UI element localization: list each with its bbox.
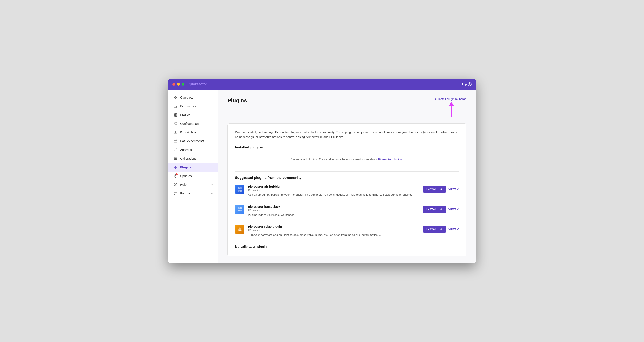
plugin-name-logs2slack: pioreactor-logs2slack [248,205,419,208]
sidebar-item-configuration[interactable]: Configuration [168,119,218,128]
svg-rect-24 [176,166,177,167]
svg-rect-12 [174,140,177,142]
download-icon [174,130,178,134]
svg-rect-1 [176,96,177,97]
calibrations-icon [174,156,178,161]
page-description: Discover, install, and manage Pioreactor… [235,130,459,139]
plugin-name-led-calibration: led-calibration-plugin [235,245,459,248]
chart-bar-icon [174,104,178,108]
analysis-icon [174,148,178,152]
help-circle-icon: ? [468,82,472,86]
plugin-item-led-calibration: led-calibration-plugin [235,241,459,250]
plugin-author-air-bubbler: Pioreactor [248,189,419,192]
svg-text:?: ? [175,184,176,186]
updates-badge [176,173,178,175]
plugin-author-logs2slack: Pioreactor [248,209,419,212]
svg-rect-38 [238,210,240,211]
plugin-item-relay-plugin: pioreactor-relay-plugin Pioreactor Turn … [235,221,459,241]
view-external-icon: ↗ [457,188,459,191]
sidebar-item-calibrations[interactable]: Calibrations [168,154,218,163]
svg-rect-23 [174,166,175,167]
sidebar-item-help[interactable]: ? Help ↗ [168,180,218,189]
main-content: Plugins ⬇ Install plugin by name [218,90,476,263]
svg-rect-2 [174,98,175,99]
sidebar-item-export-data[interactable]: Export data [168,128,218,137]
traffic-lights [172,83,184,86]
page-header: Plugins ⬇ Install plugin by name [228,97,466,118]
page-title: Plugins [228,97,247,104]
grid-icon [174,95,178,100]
svg-rect-39 [240,210,242,211]
maximize-button[interactable] [182,83,184,86]
sidebar-item-plugins[interactable]: Plugins [168,163,218,172]
titlebar: :pioreactor Help ? [168,79,476,90]
plugin-name-relay-plugin: pioreactor-relay-plugin [248,225,419,228]
plugins-icon [174,165,178,169]
svg-rect-26 [176,167,177,169]
svg-rect-33 [240,187,242,189]
plugin-actions-logs2slack: INSTALL ⬇ VIEW ↗ [423,206,459,213]
sidebar-item-forums[interactable]: Forums ↗ [168,189,218,198]
sidebar-item-analysis[interactable]: Analysis [168,145,218,154]
plugins-card: Discover, install, and manage Pioreactor… [228,123,466,256]
sidebar-item-updates[interactable]: Updates [168,172,218,180]
install-download-icon: ⬇ [440,228,442,231]
plugin-info-air-bubbler: pioreactor-air-bubbler Pioreactor Add an… [248,185,419,197]
app-window: :pioreactor Help ? Overview [168,79,476,263]
view-air-bubbler-button[interactable]: VIEW ↗ [448,188,459,191]
install-relay-plugin-button[interactable]: INSTALL ⬇ [423,226,446,233]
svg-rect-6 [176,106,177,108]
svg-rect-34 [238,190,240,192]
svg-rect-4 [174,106,175,108]
install-download-icon: ⬇ [440,188,442,191]
plugin-icon-logs2slack [235,205,244,214]
app-logo: :pioreactor [189,82,207,86]
minimize-button[interactable] [177,83,180,86]
svg-rect-35 [240,190,242,192]
forums-icon [174,191,178,196]
svg-point-16 [177,148,178,149]
help-icon: ? [174,183,178,187]
no-plugins-message: No installed plugins. Try installing one… [235,154,459,167]
file-icon [174,113,178,117]
view-external-icon: ↗ [457,228,459,231]
help-nav-button[interactable]: Help ? [461,82,472,86]
sidebar-item-past-experiments[interactable]: Past experiments [168,137,218,145]
sidebar-item-profiles[interactable]: Profiles [168,111,218,119]
past-experiments-icon [174,139,178,143]
install-download-icon: ⬇ [440,208,442,211]
sidebar-item-overview[interactable]: Overview [168,93,218,102]
plugin-icon-air-bubbler [235,185,244,194]
plugin-item-air-bubbler: pioreactor-air-bubbler Pioreactor Add an… [235,181,459,201]
sidebar-item-pioreactors[interactable]: Pioreactors [168,102,218,111]
magenta-arrow-icon [449,102,454,118]
svg-rect-5 [175,105,176,108]
svg-rect-0 [174,96,175,97]
arrow-annotation [449,102,454,118]
plugin-item-logs2slack: pioreactor-logs2slack Pioreactor Publish… [235,201,459,221]
plugin-author-relay-plugin: Pioreactor [248,229,419,232]
plugin-info-relay-plugin: pioreactor-relay-plugin Pioreactor Turn … [248,225,419,237]
svg-rect-3 [176,98,177,99]
plugin-actions-relay-plugin: INSTALL ⬇ VIEW ↗ [423,226,459,233]
close-button[interactable] [172,83,175,86]
view-relay-plugin-button[interactable]: VIEW ↗ [448,228,459,231]
suggested-section-title: Suggested plugins from the community [235,176,459,180]
install-logs2slack-button[interactable]: INSTALL ⬇ [423,206,446,213]
install-air-bubbler-button[interactable]: INSTALL ⬇ [423,186,446,193]
plugin-desc-air-bubbler: Add an air-pump / bubbler to your Piorea… [248,193,419,197]
gear-icon [174,122,178,126]
plugin-desc-relay-plugin: Turn your hardware add-on (light source,… [248,233,419,237]
sidebar: Overview Pioreactors [168,90,218,263]
view-external-icon: ↗ [457,208,459,211]
install-download-icon: ⬇ [434,97,437,101]
installed-section-title: Installed plugins [235,145,459,149]
main-layout: Overview Pioreactors [168,90,476,263]
pioreactor-plugins-link[interactable]: Pioreactor plugins. [378,158,403,161]
install-by-name-button[interactable]: ⬇ Install plugin by name [434,97,466,101]
svg-rect-32 [238,187,240,189]
svg-point-11 [175,123,176,124]
section-divider [235,171,459,172]
svg-rect-37 [240,207,242,209]
view-logs2slack-button[interactable]: VIEW ↗ [448,208,459,211]
